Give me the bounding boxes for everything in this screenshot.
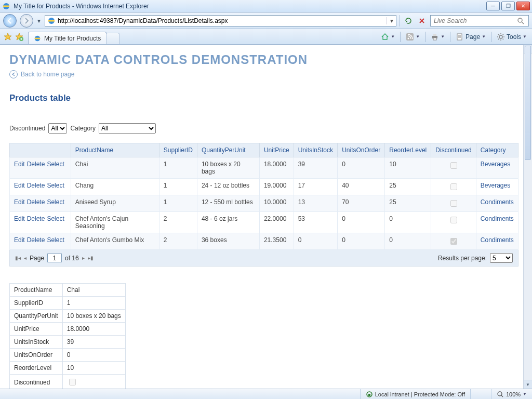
ie-logo-icon: [2, 2, 10, 10]
edit-link[interactable]: Edit: [14, 161, 25, 168]
back-home-link[interactable]: Back to home page: [9, 70, 523, 78]
category-link[interactable]: Condiments: [481, 198, 514, 206]
filter-row: Discontinued All Category All: [9, 123, 523, 134]
add-favorites-icon[interactable]: [15, 32, 24, 42]
window-restore-button[interactable]: ❐: [501, 2, 515, 10]
col-onorder[interactable]: UnitsOnOrder: [338, 143, 385, 157]
category-link[interactable]: Condiments: [481, 236, 514, 244]
window-minimize-button[interactable]: ─: [486, 2, 500, 10]
print-button[interactable]: ▼: [429, 32, 447, 42]
cell-reorder: 10: [385, 157, 431, 179]
search-icon[interactable]: [517, 17, 524, 24]
col-reorder[interactable]: ReorderLevel: [385, 143, 431, 157]
pager-page-input[interactable]: [47, 254, 62, 262]
cell-productname: Chef Anton's Gumbo Mix: [71, 233, 159, 250]
delete-link[interactable]: Delete: [27, 161, 45, 168]
scroll-down-button[interactable]: ▼: [524, 380, 532, 389]
stop-button[interactable]: [417, 16, 427, 26]
status-zoom[interactable]: 100% ▼: [491, 389, 532, 399]
cell-instock: 53: [294, 212, 337, 233]
table-title: Products table: [9, 93, 523, 103]
detail-row: UnitPrice18.0000: [10, 323, 126, 336]
detail-label: ProductName: [10, 284, 63, 297]
delete-link[interactable]: Delete: [27, 182, 45, 189]
category-link[interactable]: Condiments: [481, 215, 514, 222]
refresh-button[interactable]: [403, 16, 414, 26]
window-close-button[interactable]: ✕: [516, 2, 530, 10]
page-menu-button[interactable]: Page▼: [454, 32, 488, 42]
back-home-label: Back to home page: [21, 71, 74, 78]
edit-link[interactable]: Edit: [14, 236, 25, 244]
col-category[interactable]: Category: [476, 143, 518, 157]
detail-row: UnitsOnOrder0: [10, 349, 126, 362]
nav-forward-button[interactable]: [20, 14, 33, 28]
pager-rpp-select[interactable]: 5: [490, 253, 513, 263]
home-button[interactable]: ▼: [379, 32, 397, 42]
address-bar[interactable]: ▾: [45, 15, 396, 26]
col-unitprice[interactable]: UnitPrice: [259, 143, 294, 157]
pager-prev[interactable]: ◂: [24, 255, 26, 261]
edit-link[interactable]: Edit: [14, 198, 25, 206]
discontinued-checkbox: [450, 200, 457, 207]
rss-icon: [406, 33, 414, 41]
cell-onorder: 70: [338, 195, 385, 212]
tab-current[interactable]: My Title for Products: [28, 32, 107, 44]
search-input[interactable]: [433, 17, 517, 25]
feeds-button[interactable]: ▼: [404, 32, 422, 42]
scroll-thumb[interactable]: [525, 46, 531, 160]
delete-link[interactable]: Delete: [27, 215, 45, 222]
tools-menu-button[interactable]: Tools▼: [495, 32, 529, 42]
select-link[interactable]: Select: [47, 182, 64, 189]
pager-last[interactable]: ▸▮: [88, 255, 94, 261]
tools-menu-label: Tools: [507, 33, 521, 41]
cell-supplierid: 1: [159, 179, 197, 195]
cell-productname: Chai: [71, 157, 159, 179]
table-row: EditDeleteSelectChef Anton's Cajun Seaso…: [10, 212, 518, 233]
pager-page-label: Page: [30, 255, 44, 262]
detail-label: ReorderLevel: [10, 362, 63, 375]
discontinued-checkbox: [450, 217, 457, 223]
vertical-scrollbar[interactable]: ▲ ▼: [523, 45, 532, 389]
new-tab-button[interactable]: [106, 33, 119, 44]
discontinued-checkbox: [450, 238, 457, 245]
nav-history-dropdown[interactable]: ▾: [36, 17, 42, 24]
discontinued-checkbox: [450, 162, 457, 169]
cell-supplierid: 1: [159, 157, 197, 179]
col-productname[interactable]: ProductName: [71, 143, 159, 157]
filter-category-label: Category: [70, 125, 96, 132]
detail-view: ProductNameChaiSupplierID1QuantityPerUni…: [9, 283, 126, 389]
filter-category-select[interactable]: All: [99, 123, 156, 134]
detail-label: UnitPrice: [10, 323, 63, 336]
pager-next[interactable]: ▸: [82, 255, 85, 261]
category-link[interactable]: Beverages: [481, 161, 510, 168]
svg-rect-8: [433, 34, 436, 36]
cell-discontinued: [431, 212, 476, 233]
detail-value: 39: [62, 336, 125, 349]
nav-back-button[interactable]: [3, 14, 17, 28]
col-discontinued[interactable]: Discontinued: [431, 143, 476, 157]
col-qpu[interactable]: QuantityPerUnit: [197, 143, 259, 157]
edit-link[interactable]: Edit: [14, 182, 25, 189]
select-link[interactable]: Select: [47, 161, 64, 168]
search-box[interactable]: [430, 15, 529, 26]
address-dropdown[interactable]: ▾: [387, 17, 396, 24]
category-link[interactable]: Beverages: [481, 182, 510, 189]
delete-link[interactable]: Delete: [27, 236, 45, 244]
table-row: EditDeleteSelectChang124 - 12 oz bottles…: [10, 179, 518, 195]
browser-navbar: ▾ ▾: [0, 12, 532, 29]
cell-unitprice: 18.0000: [259, 157, 294, 179]
zoom-dropdown-icon[interactable]: ▼: [523, 392, 527, 396]
address-input[interactable]: [58, 16, 387, 25]
delete-link[interactable]: Delete: [27, 198, 45, 206]
page-icon: [456, 33, 464, 41]
edit-link[interactable]: Edit: [14, 215, 25, 222]
select-link[interactable]: Select: [47, 198, 64, 206]
pager-first[interactable]: ▮◂: [15, 255, 21, 261]
row-actions: EditDeleteSelect: [10, 179, 71, 195]
col-supplierid[interactable]: SupplierID: [159, 143, 197, 157]
select-link[interactable]: Select: [47, 236, 64, 244]
select-link[interactable]: Select: [47, 215, 64, 222]
col-instock[interactable]: UnitsInStock: [294, 143, 337, 157]
favorites-star-icon[interactable]: [3, 32, 12, 42]
filter-discontinued-select[interactable]: All: [48, 123, 67, 134]
